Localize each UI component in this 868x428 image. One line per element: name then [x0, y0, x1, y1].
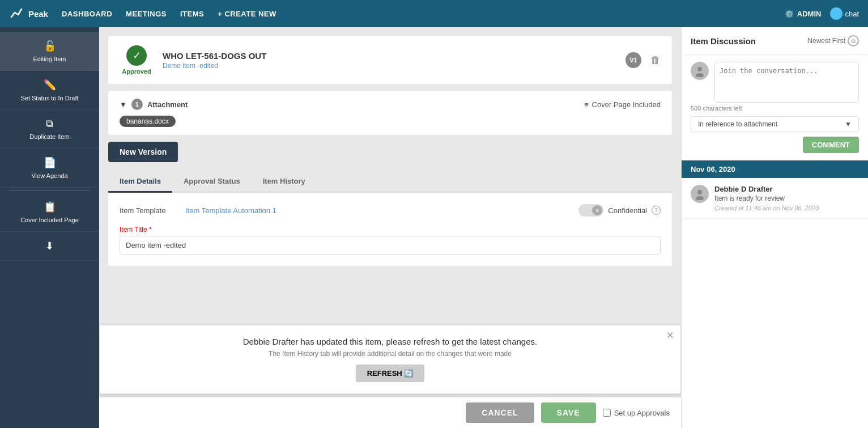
confidential-label: Confidential [608, 206, 647, 215]
nav-meetings[interactable]: MEETINGS [126, 10, 167, 18]
comment-button[interactable]: COMMENT [803, 137, 859, 153]
top-navigation: Peak DASHBOARD MEETINGS ITEMS + CREATE N… [0, 0, 868, 27]
refresh-button[interactable]: REFRESH 🔄 [356, 365, 425, 382]
sidebar-label-agenda: View Agenda [31, 172, 67, 179]
panel-title: Item Discussion [691, 36, 756, 46]
sidebar-item-view-agenda[interactable]: 📄 View Agenda [0, 149, 99, 188]
template-label: Item Template [120, 206, 176, 215]
status-label: Approved [122, 68, 151, 75]
sidebar-item-cover-page[interactable]: 📋 Cover Included Page [0, 193, 99, 232]
lock-icon: 🔓 [44, 40, 56, 52]
attachment-count: 1 [131, 99, 143, 110]
notification-main-text: Debbie Drafter has updated this item, pl… [113, 337, 667, 346]
new-version-button[interactable]: New Version [108, 142, 178, 162]
right-panel: Item Discussion Newest First ⊙ 500 chara… [681, 27, 868, 428]
content-area: Item Template Item Template Automation 1… [108, 193, 672, 266]
item-card: ✓ Approved WHO LET-561-DOGS OUT Demo ite… [108, 36, 672, 84]
sidebar-label-cover: Cover Included Page [20, 217, 79, 223]
set-approvals-area: Set up Approvals [603, 409, 670, 417]
toggle-x-icon: ✕ [592, 205, 602, 215]
cover-page-icon: 📋 [44, 201, 56, 213]
svg-point-3 [696, 196, 704, 200]
logo[interactable]: Peak [9, 6, 48, 22]
tab-item-details[interactable]: Item Details [108, 171, 172, 193]
delete-icon[interactable]: 🗑 [650, 54, 661, 66]
edit-icon: ✏️ [44, 79, 56, 91]
chevron-down-icon[interactable]: ▼ [120, 100, 127, 109]
item-title: WHO LET-561-DOGS OUT [163, 51, 616, 61]
topnav-right: ⚙️ ADMIN chat [785, 7, 859, 20]
comment-text: Item is ready for review [714, 194, 819, 202]
template-row: Item Template Item Template Automation 1… [120, 204, 661, 217]
footer: CANCEL SAVE Set up Approvals [99, 397, 681, 428]
attachment-section: ▼ 1 Attachment ≡ Cover Page Included ban… [108, 91, 672, 135]
sort-control[interactable]: Newest First ⊙ [807, 35, 859, 46]
admin-menu[interactable]: ⚙️ ADMIN [785, 10, 822, 18]
commenter-avatar [691, 185, 709, 203]
svg-point-1 [696, 73, 704, 77]
svg-point-2 [697, 190, 702, 194]
cancel-button[interactable]: CANCEL [466, 402, 534, 423]
date-header: Nov 06, 2020 [682, 160, 868, 178]
help-icon[interactable]: ? [652, 206, 661, 215]
approved-icon: ✓ [126, 45, 147, 66]
close-notification-button[interactable]: ✕ [666, 330, 674, 341]
item-subtitle[interactable]: Demo item -edited [163, 62, 616, 70]
logo-text: Peak [28, 9, 48, 19]
nav-dashboard[interactable]: DASHBOARD [62, 10, 112, 18]
save-button[interactable]: SAVE [541, 402, 596, 423]
cover-page-label: Cover Page Included [592, 100, 661, 109]
status-badge: ✓ Approved [120, 45, 154, 75]
sidebar-label-editing: Editing Item [33, 56, 66, 62]
comment-input-row [691, 62, 859, 103]
template-link[interactable]: Item Template Automation 1 [185, 206, 276, 215]
nav-items[interactable]: ITEMS [180, 10, 204, 18]
confidential-area: ✕ Confidential ? [578, 204, 661, 217]
attachment-left: ▼ 1 Attachment [120, 99, 188, 110]
comment-time: Created at 11:46 am on Nov 06, 2020 [714, 205, 819, 211]
file-chip[interactable]: bananas.docx [120, 116, 176, 127]
tab-item-history[interactable]: Item History [252, 171, 317, 193]
title-input[interactable] [120, 236, 661, 255]
sidebar-item-duplicate[interactable]: ⧉ Duplicate Item [0, 110, 99, 149]
comment-header: Debbie D Drafter Item is ready for revie… [691, 185, 859, 211]
chat-icon [830, 7, 843, 20]
sidebar-label-status: Set Status to In Draft [20, 95, 78, 101]
panel-header: Item Discussion Newest First ⊙ [682, 27, 868, 55]
cover-page-icon: ≡ [584, 100, 589, 109]
admin-label: ADMIN [797, 10, 822, 18]
item-info: WHO LET-561-DOGS OUT Demo item -edited [163, 51, 616, 70]
comment-item: Debbie D Drafter Item is ready for revie… [682, 178, 868, 219]
sidebar-label-duplicate: Duplicate Item [29, 133, 69, 140]
attachment-dropdown[interactable]: In reference to attachment ▼ [691, 116, 859, 132]
set-approvals-checkbox[interactable] [603, 409, 611, 417]
create-new-button[interactable]: + CREATE NEW [218, 10, 276, 18]
notification-bar: ✕ Debbie Drafter has updated this item, … [99, 325, 681, 394]
attachment-header: ▼ 1 Attachment ≡ Cover Page Included [120, 99, 661, 110]
sidebar-item-download[interactable]: ⬇ [0, 232, 99, 261]
char-count: 500 characters left [691, 105, 859, 112]
sort-label: Newest First [807, 37, 845, 45]
duplicate-icon: ⧉ [46, 118, 53, 130]
tab-approval-status[interactable]: Approval Status [172, 171, 252, 193]
set-approvals-label: Set up Approvals [614, 409, 670, 417]
version-badge: V1 [626, 52, 641, 68]
svg-point-0 [697, 67, 702, 71]
sidebar-item-set-status[interactable]: ✏️ Set Status to In Draft [0, 71, 99, 110]
chat-button[interactable]: chat [830, 7, 859, 20]
user-avatar [691, 62, 709, 80]
main-nav: DASHBOARD MEETINGS ITEMS + CREATE NEW [62, 10, 276, 18]
agenda-icon: 📄 [44, 156, 56, 169]
sidebar-item-editing[interactable]: 🔓 Editing Item [0, 32, 99, 71]
chat-label: chat [845, 10, 859, 18]
cover-page-status: ≡ Cover Page Included [584, 100, 661, 109]
comment-content: Debbie D Drafter Item is ready for revie… [714, 185, 819, 211]
comment-input[interactable] [714, 62, 859, 103]
refresh-label: REFRESH 🔄 [367, 369, 414, 378]
title-label: Item Title * [120, 226, 661, 234]
comment-area: 500 characters left In reference to atta… [682, 55, 868, 160]
tabs: Item Details Approval Status Item Histor… [108, 171, 672, 193]
attachment-label: Attachment [147, 100, 188, 109]
confidential-toggle[interactable]: ✕ [578, 204, 603, 217]
sidebar-divider [9, 190, 90, 190]
